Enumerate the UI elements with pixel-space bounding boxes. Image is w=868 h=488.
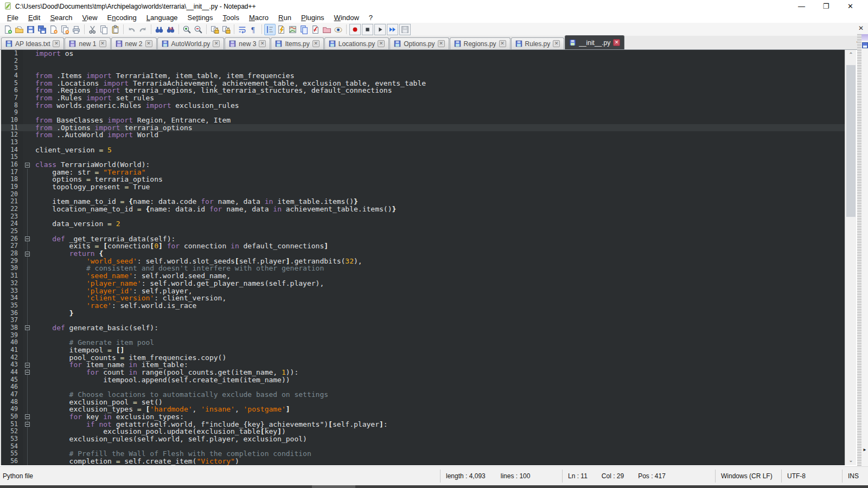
tab-close-icon[interactable]: ✕ bbox=[213, 40, 220, 47]
document-map-button[interactable] bbox=[287, 24, 298, 35]
editor-line-22[interactable]: 22 location_name_to_id = {name: data.id … bbox=[1, 206, 845, 213]
macro-save-button[interactable] bbox=[399, 24, 411, 35]
editor-line-43[interactable]: 43 for item_name in item_table: bbox=[1, 361, 845, 369]
macro-record-button[interactable] bbox=[349, 24, 361, 35]
fold-margin[interactable] bbox=[23, 361, 32, 369]
code-editor[interactable]: 1import os234from .Items import Terraria… bbox=[1, 50, 845, 465]
editor-line-37[interactable]: 37 bbox=[1, 317, 845, 324]
paste-button[interactable] bbox=[110, 24, 121, 35]
menu-item-run[interactable]: Run bbox=[273, 13, 296, 22]
fold-margin[interactable] bbox=[23, 369, 32, 376]
editor-line-20[interactable]: 20 bbox=[1, 191, 845, 198]
tab-close-icon[interactable]: ✕ bbox=[499, 40, 506, 47]
tab-close-icon[interactable]: ✕ bbox=[312, 40, 320, 47]
menu-item-edit[interactable]: Edit bbox=[23, 13, 45, 22]
tab-close-icon[interactable]: ✕ bbox=[53, 40, 60, 47]
fold-margin[interactable] bbox=[23, 421, 32, 428]
tab-close-icon[interactable]: ✕ bbox=[259, 40, 266, 47]
fold-margin[interactable] bbox=[23, 250, 32, 258]
editor-line-38[interactable]: 38 def generate_basic(self): bbox=[1, 324, 845, 332]
editor-line-34[interactable]: 34 'client_version': client_version, bbox=[1, 294, 845, 302]
macro-run-multiple-button[interactable] bbox=[387, 24, 398, 35]
editor-line-17[interactable]: 17 game: str = "Terraria" bbox=[1, 169, 845, 176]
redo-button[interactable] bbox=[137, 24, 149, 35]
editor-line-21[interactable]: 21 item_name_to_id = {name: data.code fo… bbox=[1, 198, 845, 206]
editor-line-56[interactable]: 56 completion = self.create_item("Victor… bbox=[1, 458, 845, 465]
copy-button[interactable] bbox=[98, 24, 110, 35]
editor-line-25[interactable]: 25 bbox=[1, 228, 845, 235]
fold-margin[interactable] bbox=[23, 413, 32, 421]
editor-line-31[interactable]: 31 'seed_name': self.world.seed_name, bbox=[1, 272, 845, 280]
tab-__init__-py[interactable]: __init__.py✕ bbox=[565, 35, 624, 49]
editor-line-44[interactable]: 44 for count in range(pool_counts.get(it… bbox=[1, 369, 845, 376]
menu-item-window[interactable]: Window bbox=[329, 13, 364, 22]
editor-line-48[interactable]: 48 exclusion_pool = set() bbox=[1, 399, 845, 406]
editor-line-10[interactable]: 10from BaseClasses import Region, Entran… bbox=[1, 117, 845, 124]
fold-collapse-icon[interactable] bbox=[25, 363, 30, 368]
editor-line-19[interactable]: 19 topology_present = True bbox=[1, 183, 845, 191]
editor-line-35[interactable]: 35 'race': self.world.is_race bbox=[1, 302, 845, 310]
print-button[interactable] bbox=[71, 24, 82, 35]
editor-line-12[interactable]: 12from ..AutoWorld import World bbox=[1, 131, 845, 139]
show-all-characters-button[interactable]: ¶ bbox=[248, 24, 259, 35]
close-file-button[interactable] bbox=[48, 24, 59, 35]
editor-line-55[interactable]: 55 # Prefill the Wall of Flesh with the … bbox=[1, 450, 845, 458]
menu-item-macro[interactable]: Macro bbox=[244, 13, 273, 22]
editor-line-51[interactable]: 51 if not getattr(self.world, f"include_… bbox=[1, 421, 845, 428]
sync-horizontal-button[interactable] bbox=[220, 24, 232, 35]
editor-line-50[interactable]: 50 for key in exclusion_types: bbox=[1, 413, 845, 421]
menu-item-search[interactable]: Search bbox=[45, 13, 77, 22]
editor-line-23[interactable]: 23 bbox=[1, 213, 845, 221]
tab-close-icon[interactable]: ✕ bbox=[378, 40, 385, 47]
editor-line-45[interactable]: 45 itempool.append(self.create_item(item… bbox=[1, 376, 845, 384]
close-button[interactable]: ✕ bbox=[838, 0, 863, 12]
menu-item-language[interactable]: Language bbox=[142, 13, 183, 22]
macro-stop-button[interactable] bbox=[362, 24, 373, 35]
cut-button[interactable] bbox=[87, 24, 98, 35]
zoom-out-button[interactable] bbox=[193, 24, 204, 35]
editor-line-27[interactable]: 27 exits = [connection[0] for connection… bbox=[1, 242, 845, 250]
editor-line-40[interactable]: 40 # Generate item pool bbox=[1, 339, 845, 346]
editor-line-47[interactable]: 47 # Choose locations to automatically e… bbox=[1, 391, 845, 399]
menu-item-settings[interactable]: Settings bbox=[183, 13, 218, 22]
editor-line-29[interactable]: 29 'world_seed': self.world.slot_seeds[s… bbox=[1, 258, 845, 265]
zoom-in-button[interactable] bbox=[181, 24, 193, 35]
fold-collapse-icon[interactable] bbox=[25, 370, 30, 375]
tab-close-icon[interactable]: ✕ bbox=[145, 40, 152, 47]
tab-new-1[interactable]: new 1✕ bbox=[65, 37, 110, 49]
editor-line-8[interactable]: 8from worlds.generic.Rules import exclus… bbox=[1, 102, 845, 110]
fold-margin[interactable] bbox=[23, 161, 32, 169]
editor-line-11[interactable]: 11from .Options import terraria_options bbox=[1, 124, 845, 132]
editor-line-2[interactable]: 2 bbox=[1, 57, 845, 65]
monitoring-eye-button[interactable] bbox=[333, 24, 344, 35]
editor-line-7[interactable]: 7from .Rules import set_rules bbox=[1, 94, 845, 102]
editor-line-49[interactable]: 49 exclusion_types = ['hardmode', 'insan… bbox=[1, 406, 845, 413]
replace-button[interactable]: ab bbox=[165, 24, 176, 35]
editor-line-33[interactable]: 33 'player_id': self.player, bbox=[1, 287, 845, 295]
scroll-up-icon[interactable]: ⌃ bbox=[845, 50, 857, 60]
tab-close-icon[interactable]: ✕ bbox=[99, 40, 106, 47]
editor-line-54[interactable]: 54 bbox=[1, 443, 845, 451]
editor-line-6[interactable]: 6from .Regions import terraria_regions, … bbox=[1, 87, 845, 94]
editor-line-15[interactable]: 15 bbox=[1, 153, 845, 161]
editor-line-5[interactable]: 5from .Locations import TerrariaAchievem… bbox=[1, 80, 845, 87]
status-insert-mode[interactable]: INS bbox=[842, 470, 868, 483]
editor-line-3[interactable]: 3 bbox=[1, 65, 845, 72]
fold-collapse-icon[interactable] bbox=[25, 252, 30, 256]
panel-arrow-icon[interactable]: ► bbox=[863, 447, 867, 452]
tab-close-icon[interactable]: ✕ bbox=[438, 40, 445, 47]
status-encoding[interactable]: UTF-8 bbox=[781, 470, 842, 483]
tab-new-3[interactable]: new 3✕ bbox=[225, 37, 270, 49]
panel-close-x[interactable]: ✕ bbox=[858, 24, 864, 32]
macro-play-button[interactable] bbox=[374, 24, 386, 35]
fold-collapse-icon[interactable] bbox=[25, 325, 30, 330]
tab-close-icon[interactable]: ✕ bbox=[553, 40, 560, 47]
menu-item-view[interactable]: View bbox=[78, 13, 103, 22]
close-all-button[interactable] bbox=[59, 24, 71, 35]
editor-line-24[interactable]: 24 data_version = 2 bbox=[1, 220, 845, 228]
panel-splitter[interactable] bbox=[857, 34, 861, 470]
tab-regions-py[interactable]: Regions.py✕ bbox=[450, 37, 510, 49]
folder-as-workspace-button[interactable] bbox=[321, 24, 333, 35]
function-completion-button[interactable] bbox=[276, 24, 287, 35]
editor-line-28[interactable]: 28 return { bbox=[1, 250, 845, 258]
